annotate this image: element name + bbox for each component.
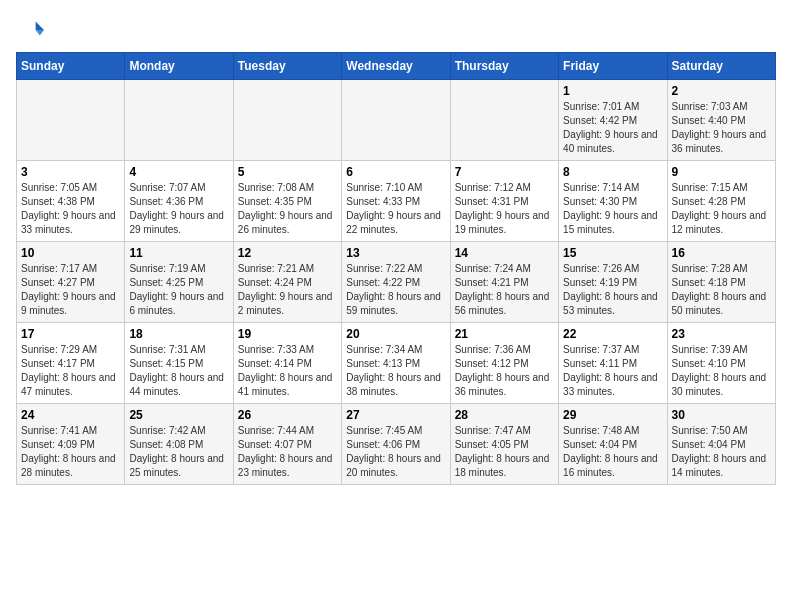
- day-number: 21: [455, 327, 554, 341]
- calendar-cell: 14Sunrise: 7:24 AM Sunset: 4:21 PM Dayli…: [450, 242, 558, 323]
- day-info: Sunrise: 7:17 AM Sunset: 4:27 PM Dayligh…: [21, 262, 120, 318]
- calendar-cell: 27Sunrise: 7:45 AM Sunset: 4:06 PM Dayli…: [342, 404, 450, 485]
- day-number: 17: [21, 327, 120, 341]
- day-info: Sunrise: 7:24 AM Sunset: 4:21 PM Dayligh…: [455, 262, 554, 318]
- column-header-wednesday: Wednesday: [342, 53, 450, 80]
- day-number: 29: [563, 408, 662, 422]
- day-info: Sunrise: 7:07 AM Sunset: 4:36 PM Dayligh…: [129, 181, 228, 237]
- day-info: Sunrise: 7:45 AM Sunset: 4:06 PM Dayligh…: [346, 424, 445, 480]
- day-info: Sunrise: 7:36 AM Sunset: 4:12 PM Dayligh…: [455, 343, 554, 399]
- calendar-cell: 5Sunrise: 7:08 AM Sunset: 4:35 PM Daylig…: [233, 161, 341, 242]
- calendar-cell: 26Sunrise: 7:44 AM Sunset: 4:07 PM Dayli…: [233, 404, 341, 485]
- calendar-week-3: 17Sunrise: 7:29 AM Sunset: 4:17 PM Dayli…: [17, 323, 776, 404]
- day-number: 13: [346, 246, 445, 260]
- day-number: 5: [238, 165, 337, 179]
- calendar-cell: 13Sunrise: 7:22 AM Sunset: 4:22 PM Dayli…: [342, 242, 450, 323]
- column-header-monday: Monday: [125, 53, 233, 80]
- day-number: 7: [455, 165, 554, 179]
- header-row: SundayMondayTuesdayWednesdayThursdayFrid…: [17, 53, 776, 80]
- day-info: Sunrise: 7:33 AM Sunset: 4:14 PM Dayligh…: [238, 343, 337, 399]
- calendar-cell: 11Sunrise: 7:19 AM Sunset: 4:25 PM Dayli…: [125, 242, 233, 323]
- day-number: 23: [672, 327, 771, 341]
- day-info: Sunrise: 7:21 AM Sunset: 4:24 PM Dayligh…: [238, 262, 337, 318]
- calendar-cell: 22Sunrise: 7:37 AM Sunset: 4:11 PM Dayli…: [559, 323, 667, 404]
- day-info: Sunrise: 7:48 AM Sunset: 4:04 PM Dayligh…: [563, 424, 662, 480]
- calendar-cell: 15Sunrise: 7:26 AM Sunset: 4:19 PM Dayli…: [559, 242, 667, 323]
- day-number: 27: [346, 408, 445, 422]
- calendar-cell: 25Sunrise: 7:42 AM Sunset: 4:08 PM Dayli…: [125, 404, 233, 485]
- column-header-friday: Friday: [559, 53, 667, 80]
- day-number: 22: [563, 327, 662, 341]
- calendar-week-2: 10Sunrise: 7:17 AM Sunset: 4:27 PM Dayli…: [17, 242, 776, 323]
- day-number: 10: [21, 246, 120, 260]
- day-number: 19: [238, 327, 337, 341]
- day-info: Sunrise: 7:15 AM Sunset: 4:28 PM Dayligh…: [672, 181, 771, 237]
- day-info: Sunrise: 7:31 AM Sunset: 4:15 PM Dayligh…: [129, 343, 228, 399]
- day-info: Sunrise: 7:03 AM Sunset: 4:40 PM Dayligh…: [672, 100, 771, 156]
- day-number: 20: [346, 327, 445, 341]
- day-number: 2: [672, 84, 771, 98]
- day-info: Sunrise: 7:14 AM Sunset: 4:30 PM Dayligh…: [563, 181, 662, 237]
- day-info: Sunrise: 7:10 AM Sunset: 4:33 PM Dayligh…: [346, 181, 445, 237]
- calendar-cell: 12Sunrise: 7:21 AM Sunset: 4:24 PM Dayli…: [233, 242, 341, 323]
- day-info: Sunrise: 7:37 AM Sunset: 4:11 PM Dayligh…: [563, 343, 662, 399]
- day-number: 26: [238, 408, 337, 422]
- calendar-cell: 17Sunrise: 7:29 AM Sunset: 4:17 PM Dayli…: [17, 323, 125, 404]
- calendar-cell: 28Sunrise: 7:47 AM Sunset: 4:05 PM Dayli…: [450, 404, 558, 485]
- calendar-cell: 18Sunrise: 7:31 AM Sunset: 4:15 PM Dayli…: [125, 323, 233, 404]
- day-info: Sunrise: 7:28 AM Sunset: 4:18 PM Dayligh…: [672, 262, 771, 318]
- calendar-body: 1Sunrise: 7:01 AM Sunset: 4:42 PM Daylig…: [17, 80, 776, 485]
- calendar-week-4: 24Sunrise: 7:41 AM Sunset: 4:09 PM Dayli…: [17, 404, 776, 485]
- calendar-cell: 16Sunrise: 7:28 AM Sunset: 4:18 PM Dayli…: [667, 242, 775, 323]
- day-number: 18: [129, 327, 228, 341]
- calendar-week-0: 1Sunrise: 7:01 AM Sunset: 4:42 PM Daylig…: [17, 80, 776, 161]
- day-info: Sunrise: 7:47 AM Sunset: 4:05 PM Dayligh…: [455, 424, 554, 480]
- day-number: 25: [129, 408, 228, 422]
- calendar-cell: 29Sunrise: 7:48 AM Sunset: 4:04 PM Dayli…: [559, 404, 667, 485]
- day-number: 24: [21, 408, 120, 422]
- page-header: [16, 16, 776, 44]
- logo: [16, 16, 48, 44]
- calendar-cell: [17, 80, 125, 161]
- calendar-cell: 4Sunrise: 7:07 AM Sunset: 4:36 PM Daylig…: [125, 161, 233, 242]
- calendar-cell: 2Sunrise: 7:03 AM Sunset: 4:40 PM Daylig…: [667, 80, 775, 161]
- day-number: 11: [129, 246, 228, 260]
- day-number: 12: [238, 246, 337, 260]
- day-info: Sunrise: 7:39 AM Sunset: 4:10 PM Dayligh…: [672, 343, 771, 399]
- day-info: Sunrise: 7:12 AM Sunset: 4:31 PM Dayligh…: [455, 181, 554, 237]
- calendar-cell: [450, 80, 558, 161]
- calendar-cell: [125, 80, 233, 161]
- calendar-header: SundayMondayTuesdayWednesdayThursdayFrid…: [17, 53, 776, 80]
- calendar-cell: 23Sunrise: 7:39 AM Sunset: 4:10 PM Dayli…: [667, 323, 775, 404]
- day-info: Sunrise: 7:42 AM Sunset: 4:08 PM Dayligh…: [129, 424, 228, 480]
- day-info: Sunrise: 7:01 AM Sunset: 4:42 PM Dayligh…: [563, 100, 662, 156]
- day-info: Sunrise: 7:05 AM Sunset: 4:38 PM Dayligh…: [21, 181, 120, 237]
- calendar-cell: 20Sunrise: 7:34 AM Sunset: 4:13 PM Dayli…: [342, 323, 450, 404]
- day-info: Sunrise: 7:29 AM Sunset: 4:17 PM Dayligh…: [21, 343, 120, 399]
- day-info: Sunrise: 7:19 AM Sunset: 4:25 PM Dayligh…: [129, 262, 228, 318]
- day-info: Sunrise: 7:50 AM Sunset: 4:04 PM Dayligh…: [672, 424, 771, 480]
- day-info: Sunrise: 7:08 AM Sunset: 4:35 PM Dayligh…: [238, 181, 337, 237]
- calendar-cell: 30Sunrise: 7:50 AM Sunset: 4:04 PM Dayli…: [667, 404, 775, 485]
- day-info: Sunrise: 7:22 AM Sunset: 4:22 PM Dayligh…: [346, 262, 445, 318]
- day-info: Sunrise: 7:44 AM Sunset: 4:07 PM Dayligh…: [238, 424, 337, 480]
- calendar-cell: 6Sunrise: 7:10 AM Sunset: 4:33 PM Daylig…: [342, 161, 450, 242]
- day-number: 6: [346, 165, 445, 179]
- calendar-cell: 3Sunrise: 7:05 AM Sunset: 4:38 PM Daylig…: [17, 161, 125, 242]
- calendar-cell: 21Sunrise: 7:36 AM Sunset: 4:12 PM Dayli…: [450, 323, 558, 404]
- day-number: 16: [672, 246, 771, 260]
- calendar-cell: 19Sunrise: 7:33 AM Sunset: 4:14 PM Dayli…: [233, 323, 341, 404]
- day-number: 4: [129, 165, 228, 179]
- calendar-cell: [233, 80, 341, 161]
- day-info: Sunrise: 7:34 AM Sunset: 4:13 PM Dayligh…: [346, 343, 445, 399]
- day-number: 15: [563, 246, 662, 260]
- calendar-cell: 10Sunrise: 7:17 AM Sunset: 4:27 PM Dayli…: [17, 242, 125, 323]
- column-header-sunday: Sunday: [17, 53, 125, 80]
- logo-icon: [16, 16, 44, 44]
- calendar-week-1: 3Sunrise: 7:05 AM Sunset: 4:38 PM Daylig…: [17, 161, 776, 242]
- calendar-cell: 8Sunrise: 7:14 AM Sunset: 4:30 PM Daylig…: [559, 161, 667, 242]
- day-number: 8: [563, 165, 662, 179]
- day-number: 3: [21, 165, 120, 179]
- calendar-cell: 7Sunrise: 7:12 AM Sunset: 4:31 PM Daylig…: [450, 161, 558, 242]
- day-number: 1: [563, 84, 662, 98]
